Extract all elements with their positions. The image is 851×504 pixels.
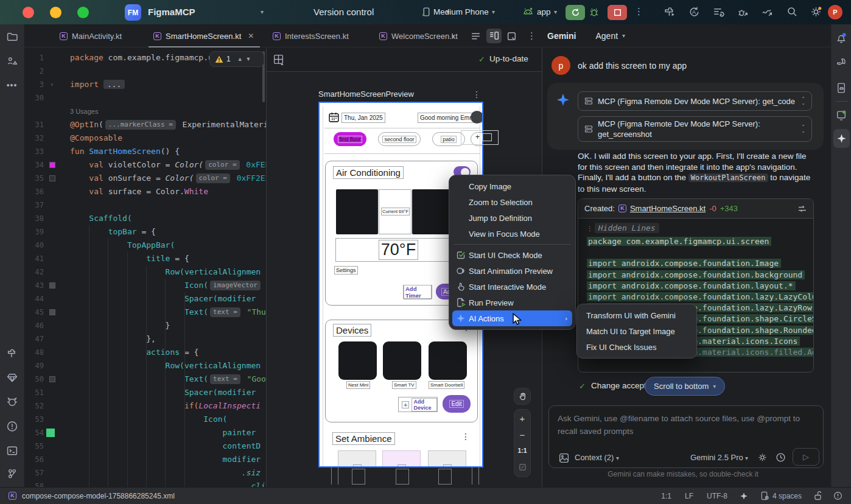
build-hammer-icon[interactable] — [6, 348, 18, 359]
split-view-icon[interactable] — [486, 29, 502, 43]
build-icon[interactable] — [664, 5, 676, 18]
unlock-icon[interactable] — [814, 491, 822, 500]
user-avatar[interactable]: P — [828, 5, 842, 19]
line-ending[interactable]: LF — [685, 492, 693, 500]
device-tile[interactable] — [338, 341, 377, 380]
menu-item-fix-ui-check[interactable]: Fix UI Check Issues — [580, 339, 693, 355]
tab-mainactivity[interactable]: K MainActivity.kt — [60, 24, 122, 47]
expand-icon[interactable]: ⌃⌄ — [801, 125, 805, 133]
menu-item-match-ui[interactable]: Match UI to Target Image — [580, 323, 693, 339]
resource-manager-icon[interactable] — [6, 55, 18, 67]
edit-button[interactable]: Edit — [443, 395, 471, 413]
expand-icon[interactable]: ⌃⌄ — [801, 97, 805, 105]
more-icon[interactable]: ⋮ — [461, 435, 470, 438]
device-selector[interactable]: Medium Phone — [433, 7, 489, 16]
project-selector[interactable]: FigmaMCP — [148, 7, 195, 17]
zoom-out-icon[interactable]: − — [514, 427, 530, 443]
menu-item-jump-to-definition[interactable]: Jump to Definition — [452, 210, 572, 226]
terminal-icon[interactable] — [6, 445, 18, 457]
rerun-button[interactable] — [566, 5, 585, 20]
running-devices-icon[interactable] — [836, 110, 847, 121]
hidden-lines-row[interactable]: ⋮ Hidden Lines — [578, 219, 813, 233]
created-file-link[interactable]: SmartHomeScreen.kt — [630, 204, 706, 213]
ambience-tile[interactable] — [382, 450, 421, 467]
chip-second-floor[interactable]: second floor — [378, 132, 421, 146]
tab-welcomescreen[interactable]: K WelcomeScreen.kt — [379, 24, 458, 47]
device-tile[interactable] — [383, 341, 421, 380]
device-tile[interactable] — [429, 341, 467, 380]
gemini-tab-selected[interactable] — [833, 129, 850, 148]
avatar[interactable] — [471, 111, 483, 124]
code-editor[interactable]: 1package com.example.figmamcp.u23›import… — [24, 47, 266, 487]
menu-item-view-in-focus-mode[interactable]: View in Focus Mode — [452, 226, 572, 242]
menu-item-run-preview[interactable]: Run Preview — [452, 295, 572, 310]
sync-icon[interactable]: A — [688, 5, 701, 18]
menu-item-copy-image[interactable]: Copy Image — [452, 178, 572, 194]
ac-settings-label[interactable]: Settings — [334, 266, 358, 275]
problems-icon[interactable] — [6, 421, 18, 432]
zoom-level[interactable]: 1:1 — [514, 443, 530, 458]
menu-item-zoom-to-selection[interactable]: Zoom to Selection — [452, 194, 572, 210]
file-encoding[interactable]: UTF-8 — [707, 492, 727, 500]
scroll-to-bottom-button[interactable]: Scroll to bottom▾ — [645, 377, 725, 396]
project-folder-icon[interactable] — [6, 31, 18, 43]
tab-interestsscreen[interactable]: K InterestsScreen.kt — [273, 24, 349, 47]
model-selector[interactable]: Gemini 2.5 Pro — [690, 453, 743, 462]
preview-title[interactable]: SmartHomeScreenPreview — [318, 89, 414, 99]
more-icon[interactable]: ⋮ — [472, 89, 481, 99]
run-config-selector[interactable]: app — [537, 7, 551, 16]
zoom-in-icon[interactable]: + — [514, 410, 530, 427]
menu-item-start-interactive-mode[interactable]: Start Interactive Mode — [452, 279, 572, 295]
diff-icon[interactable] — [797, 205, 807, 213]
settings-icon[interactable] — [757, 452, 768, 463]
vcs-menu[interactable]: Version control — [313, 7, 374, 17]
indent-config[interactable]: 4 spaces — [760, 491, 802, 500]
maximize-window-button[interactable] — [77, 7, 89, 18]
context-selector[interactable]: Context (2) — [575, 453, 614, 462]
app-insights-icon[interactable] — [6, 372, 18, 383]
list-view-icon[interactable] — [471, 31, 481, 41]
chevron-down-icon[interactable]: ▾ — [452, 33, 455, 40]
layout-grid-icon[interactable] — [273, 54, 284, 65]
tab-agent[interactable]: Agent — [595, 31, 618, 41]
selection-handle[interactable] — [461, 130, 499, 145]
logcat-icon[interactable] — [6, 396, 18, 408]
caret-position[interactable]: 1:1 — [661, 492, 671, 500]
menu-item-transform-ui[interactable]: Transform UI with Gemini — [580, 307, 693, 323]
profiler-icon[interactable] — [761, 5, 774, 18]
add-device-button[interactable]: + Add Device — [398, 397, 438, 412]
settings-icon[interactable] — [810, 5, 822, 18]
more-icon[interactable]: ⋮ — [527, 30, 536, 41]
ambience-tile[interactable] — [428, 450, 466, 467]
notifications-icon[interactable] — [836, 32, 847, 44]
version-control-icon[interactable] — [6, 468, 18, 480]
menu-item-start-animation-preview[interactable]: Start Animation Preview — [452, 263, 572, 279]
minimize-window-button[interactable] — [50, 7, 61, 18]
attach-debugger-icon[interactable] — [737, 5, 749, 18]
pan-button[interactable] — [514, 388, 531, 405]
inspection-widget[interactable]: 1 ▲ ▼ — [209, 51, 264, 67]
debug-icon[interactable] — [588, 6, 600, 18]
close-icon[interactable]: ✕ — [248, 32, 254, 40]
prompt-input[interactable]: Ask Gemini, use @filename to attach sour… — [548, 405, 824, 468]
history-icon[interactable] — [776, 452, 786, 463]
tool-call-get-code[interactable]: MCP (Figma Remote Dev Mode MCP Server): … — [578, 91, 812, 111]
stop-button[interactable] — [608, 5, 627, 20]
image-attach-icon[interactable] — [559, 453, 569, 463]
send-button[interactable]: ▷ — [793, 448, 819, 466]
menu-item-start-ui-check[interactable]: Start UI Check Mode — [452, 247, 572, 263]
more-icon[interactable]: ••• — [7, 80, 18, 90]
todo-list-icon[interactable] — [712, 5, 725, 18]
chevron-down-icon[interactable]: ▼ — [246, 56, 251, 62]
inspections-icon[interactable] — [833, 491, 842, 500]
chip-patio[interactable]: patio — [432, 132, 465, 146]
chip-first-floor[interactable]: first floor — [334, 132, 366, 146]
fit-screen-icon[interactable] — [514, 458, 530, 475]
tab-smarthomescreen[interactable]: K SmartHomeScreen.kt ✕ — [153, 24, 254, 47]
device-manager-icon[interactable] — [836, 82, 847, 94]
ambience-tile[interactable] — [338, 450, 376, 467]
add-timer-button[interactable]: Add Timer — [403, 285, 432, 299]
chevron-up-icon[interactable]: ▲ — [237, 56, 243, 62]
close-window-button[interactable] — [23, 7, 34, 18]
gemini-sparkle-icon[interactable] — [740, 492, 748, 500]
